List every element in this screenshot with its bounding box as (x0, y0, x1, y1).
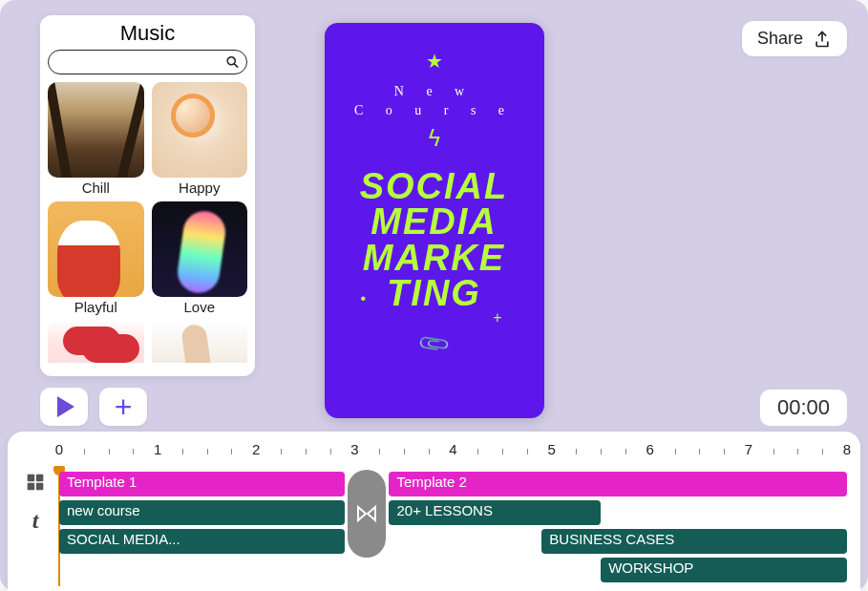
ruler-minor-tick (477, 449, 478, 454)
upload-icon (813, 30, 832, 49)
timeline-panel: t 012345678 Template 1Template 2new cour… (8, 432, 860, 591)
time-display: 00:00 (760, 390, 847, 426)
ruler-minor-tick (576, 449, 577, 454)
ruler-minor-tick (724, 449, 725, 454)
sparkle-icon: • (361, 290, 367, 307)
ruler-minor-tick (822, 449, 823, 454)
timeline-clip[interactable]: 20+ LESSONS (389, 500, 601, 525)
timeline-clip[interactable]: WORKSHOP (601, 558, 847, 582)
timeline-ruler[interactable]: 012345678 (59, 441, 847, 466)
svg-rect-2 (28, 475, 35, 482)
timeline-main[interactable]: 012345678 Template 1Template 2new course… (59, 441, 847, 590)
ruler-label: 3 (350, 441, 358, 457)
music-thumb (48, 321, 144, 363)
music-category-happy[interactable]: Happy (152, 82, 248, 196)
music-category-extra[interactable] (48, 321, 144, 363)
timeline-clip[interactable]: new course (59, 500, 345, 525)
ruler-label: 5 (547, 441, 555, 457)
transition-icon (355, 502, 378, 525)
ruler-minor-tick (84, 449, 85, 454)
ruler-minor-tick (109, 449, 110, 454)
ruler-label: 6 (646, 441, 654, 457)
share-button-label: Share (757, 29, 803, 49)
ruler-minor-tick (231, 449, 232, 454)
ruler-minor-tick (330, 449, 331, 454)
timeline-clip[interactable]: Template 1 (59, 472, 345, 496)
music-search-input[interactable] (48, 50, 247, 74)
music-thumb (152, 82, 248, 178)
music-category-label: Chill (48, 179, 144, 196)
music-category-label: Playful (48, 299, 144, 315)
ruler-minor-tick (699, 449, 700, 454)
ruler-minor-tick (379, 449, 380, 454)
timeline-clip[interactable]: BUSINESS CASES (541, 529, 847, 554)
ruler-label: 2 (252, 441, 260, 457)
paperclip-icon: 📎 (416, 325, 452, 360)
music-search (48, 50, 247, 74)
music-category-grid: Chill Happy Playful Love (48, 82, 247, 363)
add-button[interactable]: + (99, 388, 147, 426)
ruler-minor-tick (207, 449, 208, 454)
timeline-tracks: Template 1Template 2new course20+ LESSON… (59, 472, 847, 590)
ruler-minor-tick (601, 449, 602, 454)
canvas-subtitle: N e w C o u r s e (354, 82, 514, 119)
ruler-minor-tick (306, 449, 307, 454)
svg-rect-3 (36, 475, 44, 482)
template-track-icon[interactable] (25, 472, 46, 493)
music-thumb (152, 321, 248, 363)
music-category-chill[interactable]: Chill (48, 82, 144, 196)
ruler-minor-tick (797, 449, 798, 454)
music-panel-title: Music (48, 21, 247, 46)
ruler-minor-tick (182, 449, 183, 454)
ruler-minor-tick (527, 449, 528, 454)
app-frame: Music Chill Happy Playful (0, 0, 868, 591)
ruler-minor-tick (133, 449, 134, 454)
share-button[interactable]: Share (742, 21, 847, 56)
plus-icon: + (493, 309, 501, 327)
ruler-minor-tick (429, 449, 430, 454)
music-category-label: Happy (152, 179, 248, 196)
music-thumb (48, 82, 144, 178)
ruler-label: 4 (449, 441, 456, 457)
svg-rect-4 (28, 483, 35, 490)
svg-point-0 (227, 57, 235, 65)
text-track-icon[interactable]: t (25, 510, 46, 531)
ruler-label: 0 (55, 441, 63, 457)
music-category-playful[interactable]: Playful (48, 201, 144, 315)
ruler-minor-tick (625, 449, 626, 454)
svg-rect-5 (36, 483, 44, 490)
svg-line-1 (234, 64, 238, 68)
ruler-label: 8 (843, 441, 851, 457)
timeline-clip[interactable]: Template 2 (389, 472, 847, 496)
ruler-minor-tick (281, 449, 282, 454)
ruler-label: 7 (745, 441, 752, 457)
ruler-minor-tick (404, 449, 405, 454)
music-category-label: Love (152, 299, 248, 315)
music-thumb (152, 201, 248, 297)
star-icon: ★ (426, 50, 443, 73)
timeline-track-icons: t (21, 441, 50, 590)
transition-node[interactable] (348, 470, 386, 558)
ruler-minor-tick (502, 449, 503, 454)
music-panel: Music Chill Happy Playful (40, 15, 255, 376)
play-icon (57, 396, 74, 417)
canvas-headline: SOCIAL MEDIA MARKE TING (325, 169, 544, 311)
plus-icon: + (115, 391, 133, 422)
editor-stage: Music Chill Happy Playful (8, 8, 860, 428)
canvas-preview[interactable]: ★ N e w C o u r s e ϟ SOCIAL MEDIA MARKE… (325, 23, 544, 418)
music-category-extra[interactable] (152, 321, 248, 363)
timeline-clip[interactable]: SOCIAL MEDIA... (59, 529, 345, 554)
music-thumb (48, 201, 144, 297)
search-icon (225, 55, 240, 70)
music-category-love[interactable]: Love (152, 201, 248, 315)
bolt-icon: ϟ (427, 125, 442, 152)
play-button[interactable] (40, 388, 88, 426)
ruler-minor-tick (773, 449, 774, 454)
ruler-label: 1 (154, 441, 161, 457)
ruler-minor-tick (675, 449, 676, 454)
